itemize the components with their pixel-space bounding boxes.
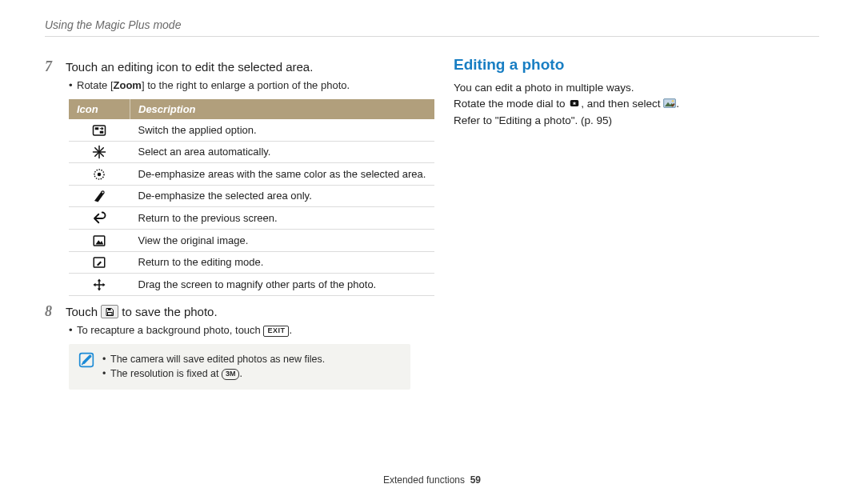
svg-rect-19 (108, 308, 111, 310)
desc: Drag the screen to magnify other parts o… (130, 274, 435, 296)
page-footer: Extended functions 59 (0, 474, 864, 486)
table-row: Drag the screen to magnify other parts o… (69, 274, 434, 296)
right-column: Editing a photo You can edit a photo in … (454, 54, 819, 390)
table-row: De-emphasize the selected area only. (69, 185, 434, 207)
step-8-sub: To recapture a background photo, touch E… (69, 323, 410, 338)
p2-mid: , and then select (581, 98, 663, 110)
table-row: View the original image. (69, 230, 434, 252)
save-icon (101, 305, 118, 318)
table-row: Return to the previous screen. (69, 207, 434, 230)
svg-rect-20 (108, 312, 113, 315)
editing-mode-icon (69, 251, 130, 274)
p3: Refer to "Editing a photo". (p. 95) (454, 114, 612, 126)
two-column-layout: 7 Touch an editing icon to edit the sele… (45, 54, 819, 390)
p1: You can edit a photo in multiple ways. (454, 82, 634, 94)
text: . (289, 324, 292, 336)
text: Rotate [ (77, 79, 114, 91)
exit-key: EXIT (263, 326, 289, 337)
svg-point-9 (102, 191, 104, 194)
step-number: 8 (45, 304, 58, 320)
pan-icon (69, 274, 130, 296)
page: Using the Magic Plus mode 7 Touch an edi… (0, 0, 864, 504)
step-7-sub-item: Rotate [Zoom] to the right to enlarge a … (69, 78, 410, 93)
svg-rect-0 (94, 126, 106, 135)
step-7-sub: Rotate [Zoom] to the right to enlarge a … (69, 78, 410, 93)
step-number: 7 (45, 59, 58, 75)
desc: View the original image. (130, 230, 435, 252)
footer-section: Extended functions (383, 474, 465, 486)
svg-rect-2 (100, 131, 104, 134)
note-line-2: The resolution is fixed at 3M. (102, 366, 325, 382)
deemphasize-color-icon (69, 163, 130, 186)
svg-marker-11 (96, 240, 104, 244)
note-box: The camera will save edited photos as ne… (69, 344, 410, 390)
desc: De-emphasize areas with the same color a… (130, 163, 435, 186)
step-text: Touch to save the photo. (66, 304, 218, 320)
switch-option-icon (69, 119, 130, 141)
desc: De-emphasize the selected area only. (130, 185, 435, 207)
table-row: De-emphasize areas with the same color a… (69, 163, 434, 186)
table-row: Select an area automatically. (69, 141, 434, 163)
svg-rect-1 (95, 127, 99, 130)
edit-mode-select-icon (663, 98, 676, 109)
running-head: Using the Magic Plus mode (45, 18, 819, 33)
p2-pre: Rotate the mode dial to (454, 98, 568, 110)
step-8-sub-item: To recapture a background photo, touch E… (69, 323, 410, 338)
note-icon (78, 352, 94, 368)
step-7: 7 Touch an editing icon to edit the sele… (45, 59, 410, 75)
original-image-icon (69, 230, 130, 252)
resolution-badge: 3M (222, 369, 240, 379)
back-icon (69, 207, 130, 230)
text: . (239, 368, 242, 379)
table-row: Return to the editing mode. (69, 251, 434, 274)
deemphasize-area-icon (69, 185, 130, 207)
text: to save the photo. (118, 305, 217, 318)
svg-point-8 (98, 173, 102, 177)
desc: Return to the previous screen. (130, 207, 435, 230)
desc: Select an area automatically. (130, 141, 435, 163)
text: The resolution is fixed at (110, 368, 222, 379)
header-rule (45, 36, 819, 37)
mode-dial-icon (568, 98, 581, 109)
svg-point-27 (672, 100, 674, 102)
step-text: Touch an editing icon to edit the select… (66, 59, 313, 75)
auto-select-icon (69, 141, 130, 163)
desc: Switch the applied option. (130, 119, 435, 141)
note-line-1: The camera will save edited photos as ne… (102, 352, 325, 367)
text: Touch (66, 305, 101, 318)
th-description: Description (130, 99, 435, 120)
table-row: Switch the applied option. (69, 119, 434, 141)
text: ] to the right to enlarge a portion of t… (142, 79, 350, 91)
text: To recapture a background photo, touch (77, 324, 263, 336)
icon-description-table: Icon Description Switch the applied opti… (69, 99, 434, 296)
footer-page-number: 59 (470, 474, 481, 486)
left-column: 7 Touch an editing icon to edit the sele… (45, 54, 410, 390)
th-icon: Icon (69, 99, 130, 120)
section-heading: Editing a photo (454, 54, 819, 75)
zoom-label: Zoom (114, 79, 142, 91)
desc: Return to the editing mode. (130, 251, 435, 274)
p2-post: . (676, 98, 679, 110)
body-text: You can edit a photo in multiple ways. R… (454, 80, 819, 130)
step-8: 8 Touch to save the photo. (45, 304, 410, 320)
